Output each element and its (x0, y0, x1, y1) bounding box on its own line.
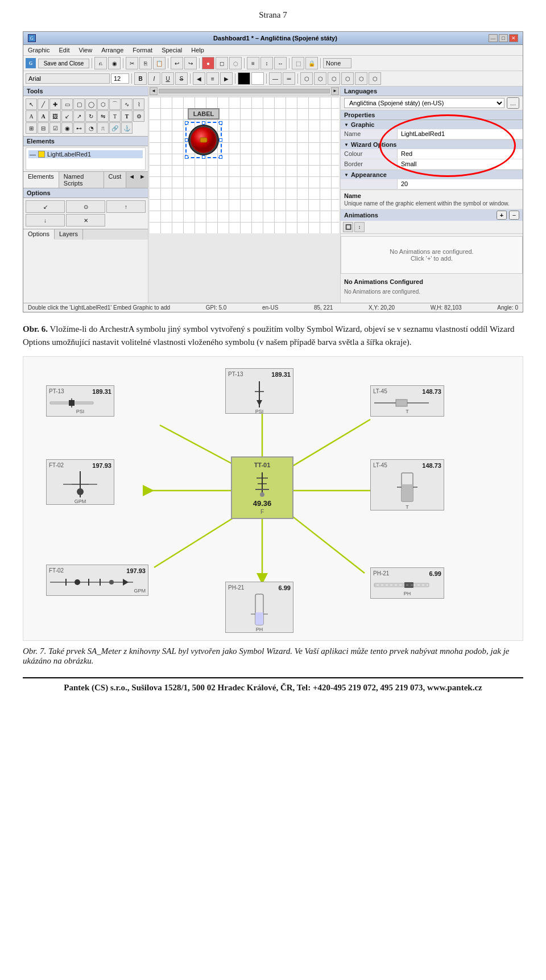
distribute-center[interactable]: ⬡ (314, 72, 326, 85)
toolbar-btn-11[interactable]: ≡ (247, 57, 259, 69)
tool-T[interactable]: T (109, 110, 121, 122)
opt-btn-3[interactable]: ↑ (106, 200, 146, 213)
bold-button[interactable]: B (134, 72, 147, 85)
menu-format[interactable]: Format (130, 46, 155, 54)
none-dropdown[interactable]: None (323, 58, 351, 68)
color-swatch2[interactable] (251, 72, 264, 85)
color-swatch1[interactable] (238, 72, 250, 85)
strikethrough-button[interactable]: S (175, 72, 188, 85)
tool-anchor[interactable]: ⚓ (121, 122, 133, 134)
align-left-button[interactable]: ◀ (193, 72, 205, 85)
tool-arc[interactable]: ⌒ (109, 98, 121, 110)
toolbar-btn-8[interactable]: ● (202, 57, 214, 69)
tool-bezier[interactable]: ∿ (121, 98, 133, 110)
italic-button[interactable]: I (148, 72, 160, 85)
appearance-header[interactable]: ▼ Appearance (341, 170, 523, 179)
toolbar-btn-15[interactable]: 🔒 (305, 57, 318, 69)
tool-text[interactable]: A (26, 110, 37, 122)
toolbar-btn-6[interactable]: ↩ (171, 57, 183, 69)
menu-help[interactable]: Help (189, 46, 206, 54)
toolbar-btn-3[interactable]: ✂ (126, 57, 138, 69)
anim-icon-2[interactable]: ↕ (354, 222, 365, 232)
wizard-options-header[interactable]: ▼ Wizard Options (341, 140, 523, 149)
tool-rect[interactable]: ▭ (61, 98, 73, 110)
underline-button[interactable]: U (162, 72, 174, 85)
tool-link[interactable]: 🔗 (109, 122, 121, 134)
distribute-up[interactable]: ⬡ (341, 72, 354, 85)
tab-elements[interactable]: Elements (23, 172, 59, 188)
line-width-button[interactable]: ═ (283, 72, 295, 85)
tool-line[interactable]: ╱ (38, 98, 49, 110)
language-dropdown[interactable]: Angličtina (Spojené státy) (en-US) (344, 98, 504, 108)
tool-graph[interactable]: ⎍ (97, 122, 109, 134)
line-style-button[interactable]: — (269, 72, 282, 85)
language-more-button[interactable]: … (507, 97, 519, 109)
tool-text2[interactable]: A (38, 110, 49, 122)
tool-checkbox[interactable]: ☑ (49, 122, 61, 134)
minimize-button[interactable]: — (489, 34, 498, 42)
save-and-close-button[interactable]: Save and Close (38, 59, 89, 68)
tool-rotate[interactable]: ↻ (85, 110, 97, 122)
tool-group[interactable]: ⊞ (26, 122, 37, 134)
window-controls[interactable]: — □ ✕ (489, 34, 518, 42)
tool-polyline[interactable]: ⌇ (133, 98, 144, 110)
toolbar-btn-9[interactable]: ◻ (216, 57, 228, 69)
menu-special[interactable]: Special (159, 46, 184, 54)
font-size-input[interactable] (111, 73, 129, 84)
tool-pie[interactable]: ◔ (85, 122, 97, 134)
tool-ellipse[interactable]: ◯ (85, 98, 97, 110)
tool-move[interactable]: ↙ (61, 110, 73, 122)
tool-slider[interactable]: ⊷ (73, 122, 85, 134)
distribute-right[interactable]: ⬡ (328, 72, 340, 85)
menu-view[interactable]: View (77, 46, 95, 54)
tool-round-rect[interactable]: ▢ (73, 98, 85, 110)
scroll-left[interactable]: ◄ (150, 87, 158, 95)
tab-next-arrow[interactable]: ► (137, 172, 148, 188)
toolbar-btn-4[interactable]: ⎘ (139, 57, 152, 69)
tool-corner[interactable]: ↗ (73, 110, 85, 122)
tab-cust[interactable]: Cust (104, 172, 127, 188)
tool-special[interactable]: ⚙ (133, 110, 144, 122)
add-animation-button[interactable]: + (497, 211, 507, 220)
menu-graphic[interactable]: Graphic (26, 46, 52, 54)
element-item[interactable]: — LightLabelRed1 (28, 150, 143, 158)
tool-select[interactable]: ↖ (26, 98, 37, 110)
remove-animation-button[interactable]: − (509, 211, 519, 220)
bottom-tab-layers[interactable]: Layers (55, 229, 83, 240)
anim-icon-1[interactable]: 🔲 (343, 222, 353, 232)
font-input[interactable] (26, 73, 110, 84)
scroll-right[interactable]: ► (331, 87, 339, 95)
tab-named-scripts[interactable]: Named Scripts (59, 172, 104, 188)
toolbar-btn-14[interactable]: ⬚ (292, 57, 304, 69)
align-right-button[interactable]: ▶ (220, 72, 233, 85)
tool-mirror[interactable]: ⇋ (97, 110, 109, 122)
tool-poly[interactable]: ⬡ (97, 98, 109, 110)
bottom-tab-options[interactable]: Options (23, 229, 55, 240)
toolbar-btn-5[interactable]: 📋 (153, 57, 166, 69)
menu-edit[interactable]: Edit (57, 46, 72, 54)
tool-radio[interactable]: ◉ (61, 122, 73, 134)
toolbar-btn-2[interactable]: ◉ (108, 57, 121, 69)
tool-cross[interactable]: ✚ (49, 98, 61, 110)
toolbar-btn-7[interactable]: ↪ (184, 57, 197, 69)
align-center-button[interactable]: ≡ (206, 72, 219, 85)
canvas-grid[interactable]: LABEL (150, 97, 339, 233)
red-button-symbol[interactable] (185, 122, 222, 158)
toolbar-btn-13[interactable]: ↔ (274, 57, 287, 69)
opt-btn-2[interactable]: ⊙ (66, 200, 105, 213)
maximize-button[interactable]: □ (499, 34, 508, 42)
close-button[interactable]: ✕ (509, 34, 518, 42)
opt-btn-5[interactable]: ✕ (66, 214, 105, 227)
distribute-left[interactable]: ⬡ (300, 72, 313, 85)
distribute-down[interactable]: ⬡ (369, 72, 381, 85)
tab-prev-arrow[interactable]: ◄ (126, 172, 137, 188)
opt-btn-4[interactable]: ↓ (26, 214, 65, 227)
tool-image[interactable]: 🖼 (49, 110, 61, 122)
tool-ungroup[interactable]: ⊟ (38, 122, 49, 134)
distribute-middle[interactable]: ⬡ (355, 72, 367, 85)
opt-btn-1[interactable]: ↙ (26, 200, 65, 213)
graphic-section-header[interactable]: ▼ Graphic (341, 120, 523, 129)
label-element[interactable]: LABEL (178, 108, 229, 158)
toolbar-btn-1[interactable]: ⎌ (94, 57, 107, 69)
menu-arrange[interactable]: Arrange (99, 46, 126, 54)
